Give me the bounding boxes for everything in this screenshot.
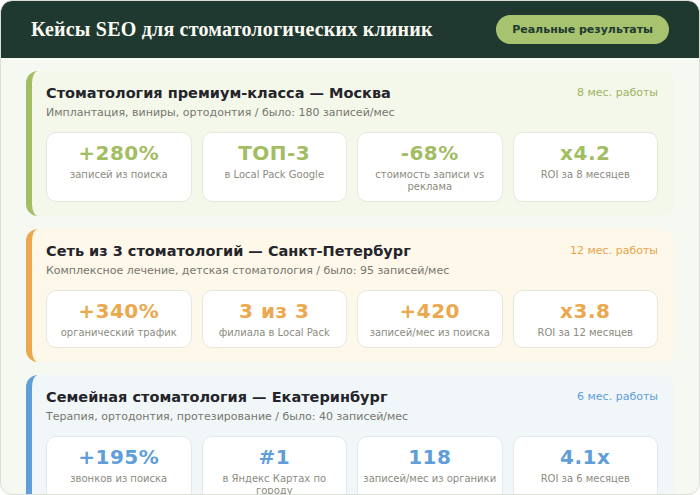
stat-value: +195%	[51, 446, 187, 469]
stat-value: 4.1x	[518, 446, 654, 469]
page-title: Кейсы SEO для стоматологических клиник	[31, 18, 433, 41]
stat-tile: x4.2 ROI за 8 месяцев	[513, 132, 659, 202]
stat-tile: +420 записей/мес из поиска	[357, 290, 503, 348]
case-title: Стоматология премиум-класса — Москва	[46, 84, 658, 102]
stat-tile: 118 записей/мес из органики	[357, 436, 503, 495]
stat-label: ROI за 12 месяцев	[518, 327, 654, 339]
case-card-ekaterinburg: Семейная стоматология — Екатеринбург Тер…	[26, 375, 674, 495]
case-title: Сеть из 3 стоматологий — Санкт-Петербург	[46, 242, 658, 260]
stat-value: +420	[362, 300, 498, 323]
stat-value: x4.2	[518, 142, 654, 165]
case-subtitle: Имплантация, виниры, ортодонтия / было: …	[46, 106, 658, 119]
stat-label: звонков из поиска	[51, 473, 187, 485]
stat-value: 3 из 3	[207, 300, 343, 323]
stat-tile: ТОП-3 в Local Pack Google	[202, 132, 348, 202]
stat-label: ROI за 6 месяцев	[518, 473, 654, 485]
stat-tile: +195% звонков из поиска	[46, 436, 192, 495]
stats-row: +195% звонков из поиска #1 в Яндекс Карт…	[46, 436, 658, 495]
seo-cases-panel: Кейсы SEO для стоматологических клиник Р…	[0, 0, 700, 495]
header-bar: Кейсы SEO для стоматологических клиник Р…	[1, 1, 699, 58]
stat-label: в Яндекс Картах по городу	[207, 473, 343, 495]
case-subtitle: Терапия, ортодонтия, протезирование / бы…	[46, 410, 658, 423]
cases-list: Стоматология премиум-класса — Москва Имп…	[1, 58, 699, 495]
stat-label: записей/мес из органики	[362, 473, 498, 485]
case-duration-badge: 8 мес. работы	[577, 86, 658, 99]
stat-value: x3.8	[518, 300, 654, 323]
case-card-moscow: Стоматология премиум-класса — Москва Имп…	[26, 71, 674, 216]
stat-label: в Local Pack Google	[207, 169, 343, 181]
stat-tile: -68% стоимость записи vs реклама	[357, 132, 503, 202]
stat-value: +340%	[51, 300, 187, 323]
stat-value: 118	[362, 446, 498, 469]
stat-value: -68%	[362, 142, 498, 165]
stat-label: записей/мес из поиска	[362, 327, 498, 339]
stats-row: +280% записей из поиска ТОП-3 в Local Pa…	[46, 132, 658, 202]
stat-value: #1	[207, 446, 343, 469]
stat-label: записей из поиска	[51, 169, 187, 181]
stats-row: +340% органический трафик 3 из 3 филиала…	[46, 290, 658, 348]
stat-value: ТОП-3	[207, 142, 343, 165]
case-title: Семейная стоматология — Екатеринбург	[46, 388, 658, 406]
stat-tile: 4.1x ROI за 6 месяцев	[513, 436, 659, 495]
case-duration-badge: 12 мес. работы	[570, 244, 658, 257]
stat-label: органический трафик	[51, 327, 187, 339]
stat-label: ROI за 8 месяцев	[518, 169, 654, 181]
real-results-badge: Реальные результаты	[496, 15, 669, 44]
stat-tile: +340% органический трафик	[46, 290, 192, 348]
stat-tile: +280% записей из поиска	[46, 132, 192, 202]
case-card-spb: Сеть из 3 стоматологий — Санкт-Петербург…	[26, 229, 674, 362]
case-subtitle: Комплексное лечение, детская стоматологи…	[46, 264, 658, 277]
stat-tile: #1 в Яндекс Картах по городу	[202, 436, 348, 495]
stat-label: стоимость записи vs реклама	[362, 169, 498, 193]
stat-label: филиала в Local Pack	[207, 327, 343, 339]
stat-tile: x3.8 ROI за 12 месяцев	[513, 290, 659, 348]
case-duration-badge: 6 мес. работы	[577, 390, 658, 403]
stat-tile: 3 из 3 филиала в Local Pack	[202, 290, 348, 348]
stat-value: +280%	[51, 142, 187, 165]
